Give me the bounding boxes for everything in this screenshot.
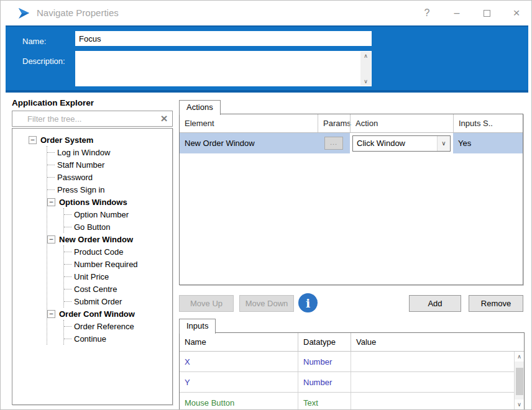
column-header-inputs-set[interactable]: Inputs S.. [453, 114, 523, 132]
clear-filter-icon[interactable]: × [156, 112, 172, 125]
tree-item-product-code[interactable]: Product Code [64, 245, 172, 258]
application-tree[interactable]: − Order System Log in Window Staff Numbe… [12, 128, 173, 405]
tree-item-press-sign-in[interactable]: Press Sign in [47, 183, 172, 196]
tree-children-new-order-window: Product Code Number Required Unit Price … [63, 245, 172, 308]
action-row[interactable]: New Order Window ... Click Window ∨ Yes [180, 133, 523, 153]
column-header-datatype[interactable]: Datatype [298, 333, 351, 351]
input-value-cell[interactable] [351, 393, 524, 410]
tree-item-label: New Order Window [59, 235, 133, 244]
tree-item-number-required[interactable]: Number Required [64, 258, 172, 270]
tree-item-submit-order[interactable]: Submit Order [64, 295, 172, 308]
tab-actions[interactable]: Actions [179, 100, 221, 115]
description-field-wrap: ∧ ∨ [75, 51, 372, 86]
collapse-icon[interactable]: − [47, 198, 55, 206]
column-header-action[interactable]: Action [350, 114, 453, 132]
tree-item-new-order-window[interactable]: − New Order Window [47, 233, 172, 245]
inputs-table-header: Name Datatype Value [180, 333, 524, 352]
input-row-mouse-button[interactable]: Mouse Button Text [180, 393, 524, 410]
chevron-up-icon[interactable]: ∧ [360, 52, 371, 60]
tree-item-option-number[interactable]: Option Number [64, 208, 172, 221]
chevron-down-icon[interactable]: ∨ [515, 399, 524, 409]
column-header-name[interactable]: Name [180, 333, 298, 351]
actions-table: Element Params Action Inputs S.. New Ord… [179, 114, 523, 285]
input-datatype-cell: Number [298, 372, 351, 392]
tree-item-order-conf-window[interactable]: − Order Conf Window [47, 308, 172, 320]
input-row-y[interactable]: Y Number [180, 372, 524, 393]
description-input[interactable] [75, 51, 360, 86]
tree-item-label: Go Button [74, 222, 111, 232]
tree-content: − Order System Log in Window Staff Numbe… [12, 129, 172, 345]
inputs-scrollbar[interactable]: ∧ ∨ [514, 352, 524, 409]
input-name-cell: X [180, 352, 298, 371]
input-value-cell[interactable] [351, 372, 524, 392]
application-explorer-title: Application Explorer [12, 98, 94, 107]
tree-item-label: Cost Centre [74, 285, 117, 294]
maximize-square [484, 10, 490, 17]
action-dropdown[interactable]: Click Window ∨ [352, 135, 451, 152]
tree-item-continue[interactable]: Continue [64, 332, 172, 345]
description-label: Description: [22, 57, 65, 66]
column-header-element[interactable]: Element [180, 114, 318, 132]
action-params-cell: ... [318, 133, 350, 153]
tree-item-staff-number[interactable]: Staff Number [47, 158, 172, 171]
chevron-down-icon[interactable]: ∨ [437, 136, 450, 151]
description-scrollbar[interactable]: ∧ ∨ [360, 52, 371, 86]
info-icon[interactable]: i [298, 293, 318, 312]
tree-item-log-in-window[interactable]: Log in Window [47, 146, 172, 158]
collapse-icon[interactable]: − [47, 235, 55, 244]
collapse-icon[interactable]: − [29, 136, 37, 144]
params-ellipsis-button[interactable]: ... [324, 137, 343, 150]
column-header-params[interactable]: Params [318, 114, 350, 132]
input-datatype-cell: Text [298, 393, 351, 410]
dialog-title: Navigate Properties [37, 7, 119, 18]
tree-item-label: Continue [74, 334, 106, 344]
properties-header-panel: Name: Description: ∧ ∨ [6, 25, 528, 93]
tree-item-go-button[interactable]: Go Button [64, 221, 172, 233]
navigate-properties-dialog: Navigate Properties ? – × Name: Descript… [0, 0, 532, 410]
column-header-value[interactable]: Value [351, 333, 524, 351]
tab-inputs[interactable]: Inputs [179, 319, 216, 334]
tree-item-password[interactable]: Password [47, 171, 172, 183]
move-up-button[interactable]: Move Up [179, 295, 234, 312]
collapse-icon[interactable]: − [47, 310, 55, 318]
tree-item-unit-price[interactable]: Unit Price [64, 270, 172, 283]
window-controls: ? – × [412, 1, 531, 25]
actions-table-header: Element Params Action Inputs S.. [180, 114, 523, 133]
tree-item-options-windows[interactable]: − Options Windows [47, 196, 172, 208]
tree-item-label: Option Number [74, 210, 129, 219]
tree-filter-box: × [12, 111, 173, 127]
tree-item-label: Options Windows [59, 198, 127, 207]
remove-button[interactable]: Remove [469, 295, 523, 312]
help-icon[interactable]: ? [412, 7, 442, 19]
navigate-stage-icon [17, 6, 30, 20]
input-name-cell: Y [180, 372, 298, 392]
input-name-cell: Mouse Button [180, 393, 298, 410]
tree-children-order-system: Log in Window Staff Number Password Pres… [47, 146, 172, 345]
tree-item-order-system[interactable]: − Order System [29, 134, 172, 146]
tree-item-label: Password [57, 173, 93, 182]
tree-children-options-windows: Option Number Go Button [63, 208, 172, 233]
scrollbar-thumb[interactable] [516, 368, 523, 395]
chevron-down-icon[interactable]: ∨ [360, 77, 371, 86]
tree-filter-input[interactable] [12, 114, 156, 124]
tree-item-label: Staff Number [57, 160, 104, 170]
name-input[interactable] [75, 31, 372, 46]
input-datatype-cell: Number [298, 352, 351, 371]
action-element-cell[interactable]: New Order Window [180, 133, 318, 153]
tree-item-label: Number Required [74, 260, 138, 269]
inputs-table: Name Datatype Value X Number Y Number Mo… [179, 332, 525, 410]
tree-item-label: Product Code [74, 247, 124, 257]
title-bar: Navigate Properties ? – × [1, 1, 531, 25]
add-button[interactable]: Add [409, 295, 461, 312]
chevron-up-icon[interactable]: ∧ [515, 352, 524, 362]
input-value-cell[interactable] [351, 352, 524, 371]
maximize-icon[interactable] [472, 7, 502, 19]
move-down-button[interactable]: Move Down [239, 295, 294, 312]
input-row-x[interactable]: X Number [180, 352, 524, 372]
name-label: Name: [22, 37, 46, 46]
close-icon[interactable]: × [502, 6, 531, 20]
minimize-icon[interactable]: – [442, 7, 472, 19]
tree-item-label: Order Conf Window [59, 309, 135, 319]
tree-item-cost-centre[interactable]: Cost Centre [64, 283, 172, 295]
tree-item-order-reference[interactable]: Order Reference [64, 320, 172, 332]
